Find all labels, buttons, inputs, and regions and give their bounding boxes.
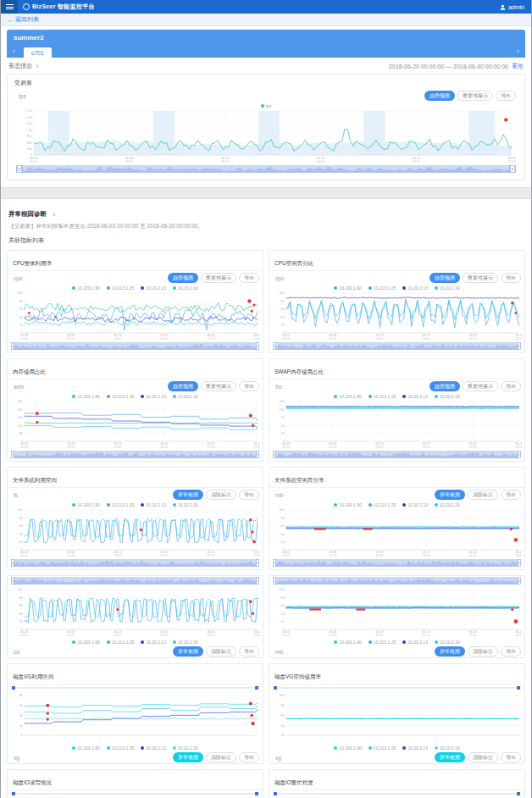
legend-item[interactable]: 10.20.2.13 [402, 285, 428, 291]
datazoom-slider[interactable] [269, 341, 524, 352]
legend-item[interactable]: 10.213.1.25 [369, 640, 396, 645]
export-button[interactable]: 导出 [501, 490, 521, 500]
datazoom-slider[interactable] [8, 341, 263, 352]
primary-action-button[interactable]: 异常检测 [435, 490, 465, 500]
datazoom-track[interactable] [273, 577, 521, 585]
chart-canvas[interactable]: 2.1k1.8k1.5k1.2k900600300006-0300:0006-0… [15, 108, 517, 164]
legend-item[interactable]: 10.200.1.90 [334, 502, 361, 507]
legend-item[interactable]: 10.213.1.25 [369, 745, 396, 751]
chevron-up-icon[interactable]: ∧ [52, 212, 55, 217]
legend-item[interactable]: 10.213.1.25 [369, 285, 396, 291]
secondary-action-button[interactable]: 重要性展示 [201, 381, 236, 391]
primary-action-button[interactable]: 异常检测 [435, 752, 465, 762]
datazoom-slider[interactable] [8, 558, 263, 569]
primary-action-button[interactable]: 趋势预测 [429, 381, 460, 391]
legend-item[interactable]: 10.200.1.90 [72, 640, 99, 645]
chart-canvas[interactable]: 10080604020006-0300:0006-0809:2006-1318:… [272, 507, 522, 558]
legend-item[interactable]: 10.20.2.13 [402, 640, 428, 645]
back-link[interactable]: ← 返回列表 [8, 15, 39, 24]
datazoom-track[interactable] [11, 451, 259, 458]
legend-item[interactable]: 10.20.2.19 [173, 394, 198, 399]
legend-item[interactable]: 10.20.2.13 [402, 745, 428, 751]
legend-item[interactable]: 10.200.1.90 [334, 285, 361, 291]
datazoom-slider[interactable] [269, 790, 524, 798]
legend-item[interactable]: tps [261, 103, 272, 108]
chart-canvas[interactable]: 10080604020006-0300:0006-0809:2006-1318:… [272, 291, 522, 341]
chart-canvas[interactable]: 10080604020006-0300:0006-0809:2006-1318:… [272, 587, 522, 638]
legend-item[interactable]: 10.20.2.13 [402, 502, 428, 507]
legend-item[interactable]: 10.20.2.13 [141, 502, 166, 507]
chart-canvas[interactable]: 10080604020006-0300:0006-0809:2006-1318:… [10, 507, 260, 558]
datazoom-slider[interactable] [269, 576, 524, 587]
legend-item[interactable]: 10.20.2.13 [141, 285, 166, 291]
datazoom-slider[interactable] [8, 790, 263, 798]
change-date-link[interactable]: 更改 [512, 62, 524, 70]
legend-item[interactable]: 10.20.2.19 [173, 502, 198, 507]
datazoom-track[interactable] [11, 559, 259, 567]
secondary-action-button[interactable]: 清除标注 [468, 490, 498, 500]
legend-item[interactable]: 10.200.1.90 [334, 745, 361, 751]
primary-action-button[interactable]: 异常检测 [173, 752, 203, 762]
export-button[interactable]: 导出 [239, 381, 259, 391]
datazoom-minitrack[interactable] [273, 791, 521, 796]
legend-item[interactable]: 10.20.2.19 [435, 640, 460, 645]
chart-canvas[interactable]: 10080604020 [272, 693, 522, 744]
legend-item[interactable]: 10.213.1.25 [369, 502, 396, 507]
legend-item[interactable]: 10.20.2.13 [141, 640, 166, 645]
legend-item[interactable]: 10.200.1.90 [334, 640, 361, 645]
legend-item[interactable]: 10.213.1.25 [107, 285, 134, 291]
chart-canvas[interactable]: 10080604020006-0300:0006-0809:2006-1318:… [10, 587, 260, 638]
export-button[interactable]: 导出 [501, 381, 521, 391]
legend-item[interactable]: 10.20.2.19 [435, 745, 460, 751]
chart-canvas[interactable]: 8k6k4k2k0 [10, 693, 260, 744]
legend-item[interactable]: 10.213.1.25 [369, 394, 396, 399]
primary-action-button[interactable]: 异常检测 [435, 646, 465, 657]
secondary-action-button[interactable]: 清除标注 [206, 752, 236, 762]
tab-c701[interactable]: c701 [24, 47, 52, 58]
export-button[interactable]: 导出 [239, 646, 259, 657]
chart-canvas[interactable]: 10080604020006-0300:0006-0809:2006-1318:… [10, 291, 260, 341]
legend-item[interactable]: 10.213.1.25 [107, 502, 134, 507]
export-button[interactable]: 导出 [239, 752, 259, 762]
datazoom-minitrack[interactable] [273, 685, 521, 690]
primary-action-button[interactable]: 异常检测 [173, 490, 203, 500]
legend-item[interactable]: 10.213.1.25 [107, 745, 134, 751]
secondary-action-button[interactable]: 重要性展示 [463, 273, 498, 283]
legend-item[interactable]: 10.20.2.19 [435, 394, 460, 399]
chart-canvas[interactable]: 40k32k24k16k8k006-0300:0006-0809:2006-13… [10, 399, 260, 450]
primary-action-button[interactable]: 趋势预测 [168, 381, 198, 391]
secondary-action-button[interactable]: 重要性展示 [201, 273, 236, 283]
chart-canvas[interactable]: 125100755025006-0300:0006-0809:2006-1318… [272, 399, 522, 450]
legend-item[interactable]: 10.200.1.90 [72, 502, 99, 507]
legend-item[interactable]: 10.213.1.25 [107, 394, 134, 399]
secondary-action-button[interactable]: 重要性展示 [457, 91, 493, 101]
legend-item[interactable]: 10.200.1.90 [72, 394, 99, 399]
legend-item[interactable]: 10.200.1.90 [72, 745, 99, 751]
datazoom-slider[interactable] [8, 684, 263, 693]
secondary-action-button[interactable]: 清除标注 [468, 646, 498, 657]
datazoom-slider[interactable] [269, 450, 524, 461]
export-button[interactable]: 导出 [496, 91, 516, 101]
export-button[interactable]: 导出 [501, 752, 521, 762]
datazoom-slider[interactable] [269, 684, 524, 693]
legend-item[interactable]: 10.20.2.13 [141, 394, 166, 399]
secondary-action-button[interactable]: 清除标注 [206, 490, 236, 500]
datazoom-minitrack[interactable] [11, 791, 259, 796]
datazoom-track[interactable] [273, 342, 521, 350]
legend-item[interactable]: 10.213.1.25 [107, 640, 134, 645]
datazoom-slider[interactable] [8, 450, 263, 461]
primary-action-button[interactable]: 趋势预测 [424, 91, 455, 101]
primary-action-button[interactable]: 趋势预测 [429, 273, 460, 283]
legend-item[interactable]: 10.20.2.19 [435, 285, 460, 291]
legend-item[interactable]: 10.200.1.90 [72, 285, 99, 291]
legend-item[interactable]: 10.200.1.90 [334, 394, 361, 399]
export-button[interactable]: 导出 [501, 273, 521, 283]
datazoom-slider[interactable] [269, 558, 524, 569]
morphology-dropdown[interactable]: 形态信息 ∨ [8, 62, 39, 70]
tabs-prev-chevron-icon[interactable]: ‹ [11, 46, 17, 58]
export-button[interactable]: 导出 [239, 273, 259, 283]
user-menu[interactable]: admin [500, 4, 524, 10]
datazoom-track[interactable] [11, 577, 259, 585]
primary-action-button[interactable]: 异常检测 [173, 646, 203, 657]
datazoom-track[interactable] [273, 451, 521, 458]
